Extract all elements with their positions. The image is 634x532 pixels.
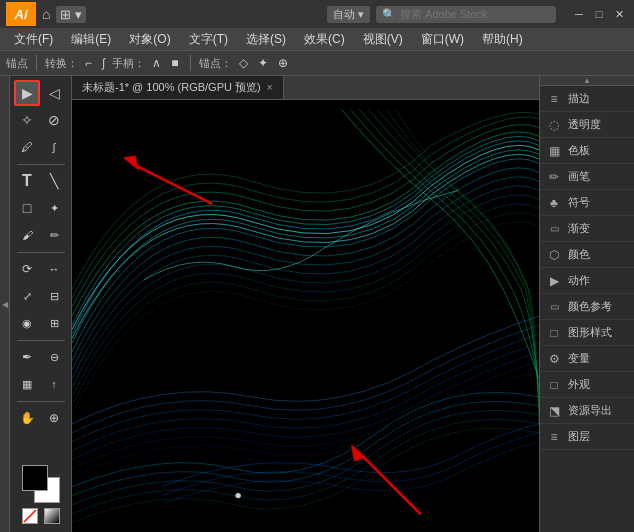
lasso-tool[interactable]: ⊘ [41, 107, 67, 133]
brushes-label: 画笔 [568, 169, 590, 184]
toolbar-sep-2 [190, 55, 191, 71]
menu-file[interactable]: 文件(F) [6, 29, 61, 50]
menu-effect[interactable]: 效果(C) [296, 29, 353, 50]
selection-tool[interactable]: ▶ [14, 80, 40, 106]
panel-asset-export[interactable]: ⬔ 资源导出 [540, 398, 634, 424]
transparency-label: 透明度 [568, 117, 601, 132]
rect-tool[interactable]: □ [14, 195, 40, 221]
panel-color-guide[interactable]: ▭ 颜色参考 [540, 294, 634, 320]
paintbrush-tool[interactable]: 🖌 [14, 222, 40, 248]
swatch-container [22, 465, 60, 503]
search-icon: 🔍 [382, 8, 396, 21]
panel-graphic-styles[interactable]: □ 图形样式 [540, 320, 634, 346]
panel-variables[interactable]: ⚙ 变量 [540, 346, 634, 372]
close-button[interactable]: ✕ [610, 5, 628, 23]
tool-row-2: ✧ ⊘ [12, 107, 69, 133]
panel-swatches[interactable]: ▦ 色板 [540, 138, 634, 164]
tool-row-6: 🖌 ✏ [12, 222, 69, 248]
zoom-tool[interactable]: ⊕ [41, 405, 67, 431]
pen-tool[interactable]: 🖊 [14, 134, 40, 160]
tab-title: 未标题-1* @ 100% (RGB/GPU 预览) [82, 80, 261, 95]
panel-color[interactable]: ⬡ 颜色 [540, 242, 634, 268]
panel-gradient[interactable]: ▭ 渐变 [540, 216, 634, 242]
reflect-tool[interactable]: ↔ [41, 256, 67, 282]
tool-row-8: ⤢ ⊟ [12, 283, 69, 309]
scale-tool[interactable]: ⤢ [14, 283, 40, 309]
menu-type[interactable]: 文字(T) [181, 29, 236, 50]
magic-wand-tool[interactable]: ✧ [14, 107, 40, 133]
layers-label: 图层 [568, 429, 590, 444]
stroke-icon: ≡ [546, 91, 562, 107]
home-icon[interactable]: ⌂ [42, 6, 50, 22]
panel-symbols[interactable]: ♣ 符号 [540, 190, 634, 216]
menu-edit[interactable]: 编辑(E) [63, 29, 119, 50]
right-collapse-tab[interactable]: ▲ [540, 76, 634, 86]
menu-window[interactable]: 窗口(W) [413, 29, 472, 50]
shear-tool[interactable]: ⊟ [41, 283, 67, 309]
minimize-button[interactable]: ─ [570, 5, 588, 23]
tool-row-10: ✒ ⊖ [12, 344, 69, 370]
layout-icon[interactable]: ⊞ ▾ [56, 6, 86, 23]
panel-actions[interactable]: ▶ 动作 [540, 268, 634, 294]
panel-layers[interactable]: ≡ 图层 [540, 424, 634, 450]
handle-btn2[interactable]: ■ [168, 55, 181, 71]
menu-select[interactable]: 选择(S) [238, 29, 294, 50]
tool-row-3: 🖊 ∫ [12, 134, 69, 160]
main-layout: ◀ ▶ ◁ ✧ ⊘ 🖊 ∫ T ╲ □ ✦ 🖌 ✏ [0, 76, 634, 532]
symbols-label: 符号 [568, 195, 590, 210]
tool-sep-2 [17, 252, 65, 253]
tool-row-11: ▦ ↑ [12, 371, 69, 397]
panel-appearance[interactable]: □ 外观 [540, 372, 634, 398]
bar-graph-tool[interactable]: ↑ [41, 371, 67, 397]
handle-btn1[interactable]: ∧ [149, 55, 164, 71]
smooth-tool-btn[interactable]: ∫ [99, 55, 108, 71]
document-tab[interactable]: 未标题-1* @ 100% (RGB/GPU 预览) × [72, 76, 284, 99]
svg-point-2 [235, 493, 240, 498]
measure-tool[interactable]: ⊖ [41, 344, 67, 370]
type-tool[interactable]: T [14, 168, 40, 194]
svg-rect-1 [72, 109, 539, 522]
width-tool[interactable]: ◉ [14, 310, 40, 336]
actions-label: 动作 [568, 273, 590, 288]
tool-row-9: ◉ ⊞ [12, 310, 69, 336]
canvas-area[interactable]: 未标题-1* @ 100% (RGB/GPU 预览) × [72, 76, 539, 532]
menu-object[interactable]: 对象(O) [121, 29, 178, 50]
brushes-icon: ✏ [546, 169, 562, 185]
artwork-svg [72, 100, 539, 532]
none-swatch[interactable] [22, 508, 38, 524]
corner-tool-btn[interactable]: ⌐ [82, 55, 95, 71]
appearance-label: 外观 [568, 377, 590, 392]
symbol-tool[interactable]: ▦ [14, 371, 40, 397]
anchor-btn1[interactable]: ◇ [236, 55, 251, 71]
panel-transparency[interactable]: ◌ 透明度 [540, 112, 634, 138]
mode-dropdown[interactable]: 自动 ▾ [327, 6, 370, 23]
curvature-tool[interactable]: ∫ [41, 134, 67, 160]
direct-selection-tool[interactable]: ◁ [41, 80, 67, 106]
line-segment-tool[interactable]: ╲ [41, 168, 67, 194]
rotate-tool[interactable]: ⟳ [14, 256, 40, 282]
gradient-swatch[interactable] [44, 508, 60, 524]
eyedropper-tool[interactable]: ✒ [14, 344, 40, 370]
maximize-button[interactable]: □ [590, 5, 608, 23]
search-input[interactable] [400, 8, 540, 20]
panel-brushes[interactable]: ✏ 画笔 [540, 164, 634, 190]
gradient-label: 渐变 [568, 221, 590, 236]
handle-label: 手柄： [112, 56, 145, 71]
artwork-canvas[interactable] [72, 100, 539, 532]
swatches-label: 色板 [568, 143, 590, 158]
anchor-btn2[interactable]: ✦ [255, 55, 271, 71]
tab-close-btn[interactable]: × [267, 82, 273, 93]
panel-stroke[interactable]: ≡ 描边 [540, 86, 634, 112]
menu-view[interactable]: 视图(V) [355, 29, 411, 50]
anchor-btn3[interactable]: ⊕ [275, 55, 291, 71]
pencil-tool[interactable]: ✏ [41, 222, 67, 248]
left-collapse-tab[interactable]: ◀ [0, 76, 10, 532]
menu-help[interactable]: 帮助(H) [474, 29, 531, 50]
hand-tool[interactable]: ✋ [14, 405, 40, 431]
star-tool[interactable]: ✦ [41, 195, 67, 221]
foreground-color-swatch[interactable] [22, 465, 48, 491]
anchor-label: 锚点 [6, 56, 28, 71]
swatches-icon: ▦ [546, 143, 562, 159]
toolbar-sep-1 [36, 55, 37, 71]
blend-tool[interactable]: ⊞ [41, 310, 67, 336]
